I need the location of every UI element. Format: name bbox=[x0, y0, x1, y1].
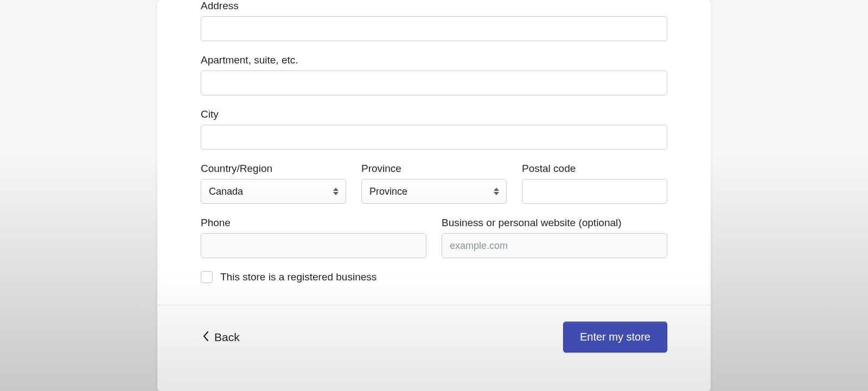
address-field-group: Address bbox=[201, 0, 667, 41]
chevron-left-icon bbox=[203, 331, 209, 344]
registered-business-row: This store is a registered business bbox=[201, 271, 667, 283]
postal-label: Postal code bbox=[522, 163, 667, 175]
apartment-field-group: Apartment, suite, etc. bbox=[201, 54, 667, 95]
region-row: Country/Region Canada Province Province bbox=[201, 163, 667, 204]
apartment-label: Apartment, suite, etc. bbox=[201, 54, 667, 66]
address-form: Address Apartment, suite, etc. City Coun… bbox=[157, 0, 711, 305]
province-select[interactable]: Province bbox=[361, 179, 507, 204]
country-label: Country/Region bbox=[201, 163, 346, 175]
country-field-group: Country/Region Canada bbox=[201, 163, 346, 204]
country-select[interactable]: Canada bbox=[201, 179, 346, 204]
province-select-wrap: Province bbox=[361, 179, 507, 204]
country-select-wrap: Canada bbox=[201, 179, 346, 204]
phone-label: Phone bbox=[201, 217, 426, 229]
website-field-group: Business or personal website (optional) bbox=[442, 217, 667, 258]
apartment-input[interactable] bbox=[201, 70, 667, 95]
postal-field-group: Postal code bbox=[522, 163, 667, 204]
website-label: Business or personal website (optional) bbox=[442, 217, 667, 229]
registered-business-checkbox[interactable] bbox=[201, 271, 213, 283]
postal-input[interactable] bbox=[522, 179, 667, 204]
phone-input[interactable] bbox=[201, 233, 426, 258]
registered-business-label: This store is a registered business bbox=[220, 271, 376, 283]
city-input[interactable] bbox=[201, 125, 667, 150]
back-button-label: Back bbox=[214, 331, 240, 344]
province-label: Province bbox=[361, 163, 507, 175]
city-field-group: City bbox=[201, 108, 667, 150]
address-input[interactable] bbox=[201, 16, 667, 41]
address-label: Address bbox=[201, 0, 667, 12]
card-footer: Back Enter my store bbox=[157, 305, 711, 374]
enter-store-button-label: Enter my store bbox=[580, 331, 650, 343]
website-input[interactable] bbox=[442, 233, 667, 258]
province-field-group: Province Province bbox=[361, 163, 507, 204]
back-button[interactable]: Back bbox=[201, 328, 242, 347]
enter-store-button[interactable]: Enter my store bbox=[563, 322, 667, 352]
setup-card: Address Apartment, suite, etc. City Coun… bbox=[157, 0, 711, 391]
city-label: City bbox=[201, 108, 667, 120]
contact-row: Phone Business or personal website (opti… bbox=[201, 217, 667, 258]
phone-field-group: Phone bbox=[201, 217, 426, 258]
